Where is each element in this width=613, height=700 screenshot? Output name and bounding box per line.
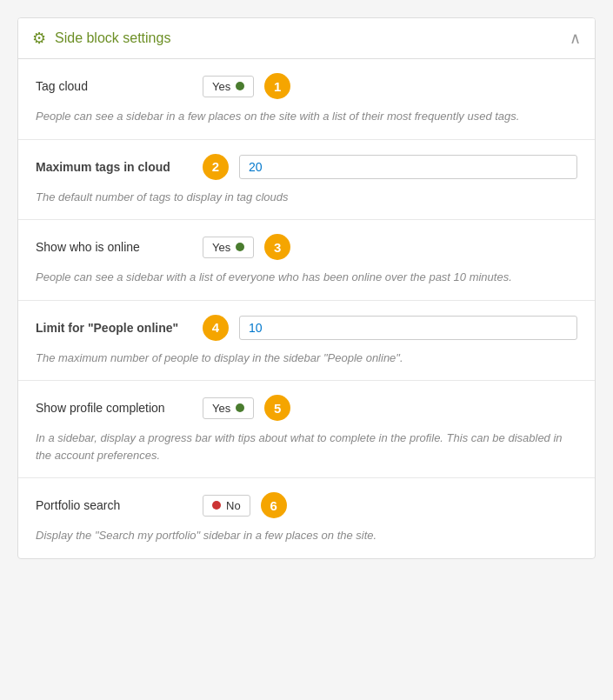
setting-main-tag-cloud: Tag cloud Yes 1 [36, 73, 577, 99]
tag-cloud-label: Tag cloud [36, 79, 192, 93]
portfolio-search-badge: 6 [261, 492, 287, 518]
panel-header: ⚙ Side block settings ∧ [18, 18, 595, 59]
setting-row-portfolio-search: Portfolio search No 6 Display the "Searc… [18, 478, 595, 558]
portfolio-search-description: Display the "Search my portfolio" sideba… [36, 527, 577, 544]
setting-row-profile-completion: Show profile completion Yes 5 In a sideb… [18, 381, 595, 478]
portfolio-search-toggle[interactable]: No [203, 495, 250, 517]
header-left: ⚙ Side block settings [32, 29, 170, 48]
portfolio-search-label: Portfolio search [36, 498, 192, 512]
tag-cloud-badge: 1 [264, 73, 290, 99]
people-limit-label: Limit for "People online" [36, 321, 192, 335]
profile-completion-description: In a sidebar, display a progress bar wit… [36, 430, 577, 463]
show-online-toggle[interactable]: Yes [203, 237, 254, 258]
max-tags-input[interactable] [239, 155, 577, 179]
show-online-toggle-label: Yes [212, 241, 230, 254]
tag-cloud-toggle-label: Yes [212, 80, 230, 93]
max-tags-main: Maximum tags in cloud 2 [36, 154, 577, 180]
setting-main-profile-completion: Show profile completion Yes 5 [36, 395, 577, 421]
profile-completion-label: Show profile completion [36, 401, 192, 415]
people-limit-input[interactable] [239, 316, 577, 340]
show-online-description: People can see a sidebar with a list of … [36, 269, 577, 286]
portfolio-search-toggle-label: No [226, 499, 241, 512]
profile-completion-toggle-label: Yes [212, 402, 230, 415]
setting-main-show-online: Show who is online Yes 3 [36, 234, 577, 260]
profile-completion-toggle[interactable]: Yes [203, 397, 254, 419]
gear-icon: ⚙ [32, 29, 46, 48]
setting-row-max-tags: Maximum tags in cloud 2 The default numb… [18, 140, 595, 221]
tag-cloud-dot [236, 82, 244, 90]
setting-row-people-limit: Limit for "People online" 4 The maximum … [18, 301, 595, 382]
max-tags-badge: 2 [203, 154, 229, 180]
people-limit-description: The maximum number of people to display … [36, 350, 577, 367]
panel-title: Side block settings [55, 30, 170, 46]
portfolio-search-dot [212, 501, 221, 510]
max-tags-label: Maximum tags in cloud [36, 160, 192, 174]
side-block-settings-panel: ⚙ Side block settings ∧ Tag cloud Yes 1 … [17, 17, 596, 559]
people-limit-main: Limit for "People online" 4 [36, 315, 577, 341]
chevron-up-icon[interactable]: ∧ [570, 29, 581, 48]
show-online-dot [236, 243, 244, 251]
panel-body: Tag cloud Yes 1 People can see a sidebar… [18, 59, 595, 558]
show-online-label: Show who is online [36, 240, 192, 254]
setting-row-show-online: Show who is online Yes 3 People can see … [18, 220, 595, 301]
setting-main-portfolio-search: Portfolio search No 6 [36, 492, 577, 518]
tag-cloud-description: People can see a sidebar in a few places… [36, 108, 577, 125]
people-limit-badge: 4 [203, 315, 229, 341]
profile-completion-dot [236, 403, 244, 412]
profile-completion-badge: 5 [264, 395, 290, 421]
show-online-badge: 3 [264, 234, 290, 260]
tag-cloud-toggle[interactable]: Yes [203, 76, 254, 97]
setting-row-tag-cloud: Tag cloud Yes 1 People can see a sidebar… [18, 59, 595, 140]
max-tags-description: The default number of tags to display in… [36, 189, 577, 206]
